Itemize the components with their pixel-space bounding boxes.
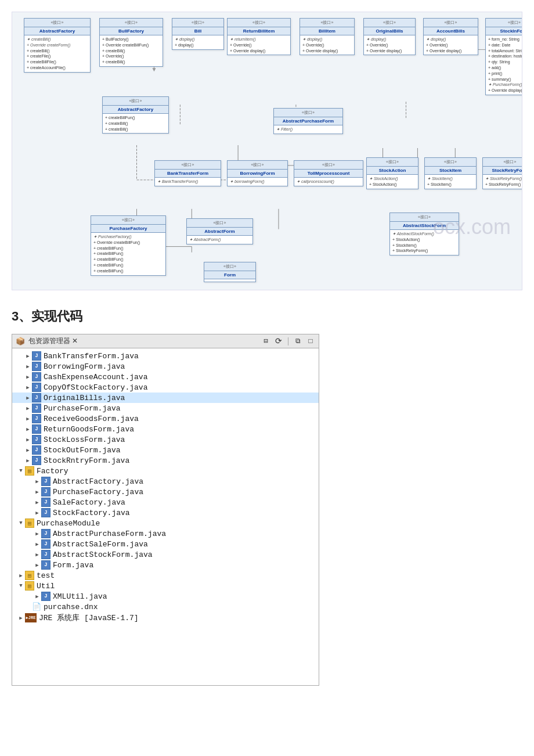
- package-icon: [25, 571, 34, 580]
- java-icon: J: [32, 362, 41, 371]
- jre-library[interactable]: ▶JRE JRE 系统库 [JavaSE-1.7]: [12, 612, 319, 624]
- list-item[interactable]: J AbstractPurchaseForm.java: [12, 528, 319, 539]
- collapse-icon[interactable]: [24, 435, 32, 444]
- collapse-icon[interactable]: [17, 582, 25, 590]
- list-item[interactable]: J StockLossForm.java: [12, 434, 319, 445]
- collapse-icon[interactable]: [17, 519, 25, 527]
- java-icon: J: [41, 477, 50, 486]
- java-icon: J: [41, 529, 50, 538]
- item-label: OriginalBills.java: [44, 394, 125, 402]
- list-item[interactable]: J ReturnGoodsForm.java: [12, 424, 319, 434]
- collapse-icon[interactable]: [24, 425, 32, 433]
- list-item[interactable]: J ReceiveGoodsForm.java: [12, 413, 319, 424]
- package-purchasemodule[interactable]: PurchaseModule: [12, 518, 319, 528]
- collapse-icon[interactable]: [33, 530, 41, 538]
- item-label: PurchaseForm.java: [44, 404, 121, 413]
- list-item[interactable]: J AbstractFactory.java: [12, 476, 319, 487]
- package-explorer: 📦 包资源管理器 ✕ ⊟ ⟳ ⧉ □ J BankTransferForm.ja…: [12, 334, 319, 686]
- item-label: Form.java: [53, 561, 93, 570]
- uml-box-purchasefactory: «接口» PurchaseFactory ✦ PurchaseFactory()…: [91, 215, 166, 276]
- restore-button[interactable]: ⧉: [293, 337, 302, 346]
- uml-box-bill: «接口» Bill ✦ display() + display(): [172, 18, 224, 50]
- collapse-icon[interactable]: [24, 362, 32, 370]
- collapse-icon[interactable]: [24, 415, 32, 423]
- package-factory[interactable]: Factory: [12, 466, 319, 476]
- list-item[interactable]: J AbstractStockForm.java: [12, 549, 319, 560]
- uml-box-banktransferform: «接口» BankTransferForm ✦ BankTransferForm…: [154, 160, 221, 186]
- uml-box-abstractfactory: «接口» AbstractFactory ✦ createBill() + Ov…: [24, 18, 91, 73]
- item-label: StockFactory.java: [53, 509, 130, 517]
- item-label: BorrowingForm.java: [44, 362, 125, 371]
- minimize-button[interactable]: ⊟: [261, 337, 270, 346]
- java-icon: J: [41, 498, 50, 507]
- list-item[interactable]: J PurchaseFactory.java: [12, 487, 319, 497]
- collapse-icon[interactable]: [33, 592, 41, 600]
- java-icon: J: [32, 404, 41, 413]
- collapse-icon: [24, 603, 32, 611]
- uml-box-abstractstockform: «接口» AbstractStockForm ✦ AbstractStockFo…: [389, 213, 459, 255]
- uml-box-tollmprocesscount: «接口» TollMprocesscount ✦ callprocesscoun…: [294, 160, 363, 186]
- collapse-icon[interactable]: [24, 446, 32, 454]
- uml-box-abstractpurchaseform: «接口» AbstractPurchaseForm ✦ Filter(): [273, 108, 343, 134]
- list-item[interactable]: J AbstractSaleForm.java: [12, 539, 319, 549]
- list-item[interactable]: J StockRntryForm.java: [12, 455, 319, 466]
- package-icon: [25, 466, 34, 476]
- collapse-icon[interactable]: [33, 498, 41, 506]
- uml-box-originbills: «接口» OriginalBills ✦ display() + Overrid…: [363, 18, 416, 55]
- list-item[interactable]: J CopyOfStockFactory.java: [12, 382, 319, 393]
- collapse-icon[interactable]: [17, 614, 25, 622]
- list-item[interactable]: J Form.java: [12, 560, 319, 570]
- collapse-icon[interactable]: [33, 477, 41, 485]
- java-icon: J: [32, 435, 41, 444]
- collapse-icon[interactable]: [24, 394, 32, 402]
- uml-box-borrowingform: «接口» BorrowingForm ✦ borrowingForm(): [227, 160, 288, 186]
- package-test[interactable]: test: [12, 570, 319, 581]
- list-item[interactable]: J BorrowingForm.java: [12, 361, 319, 372]
- java-icon: J: [41, 560, 50, 570]
- collapse-icon[interactable]: [24, 383, 32, 391]
- collapse-icon[interactable]: [33, 561, 41, 569]
- list-item[interactable]: J PurchaseForm.java: [12, 403, 319, 413]
- uml-box-stockform: «接口» StockInForm + form_no: String + dat…: [485, 18, 522, 95]
- list-item[interactable]: J SaleFactory.java: [12, 497, 319, 507]
- collapse-icon[interactable]: [24, 373, 32, 381]
- item-label: AbstractStockForm.java: [53, 550, 153, 559]
- file-icon: 📄: [32, 602, 41, 611]
- uml-box-form: «接口» Form: [204, 262, 256, 282]
- java-icon: J: [32, 424, 41, 434]
- uml-box-stockitem: «接口» StockItem ✦ StockItem() + StockItem…: [424, 157, 477, 189]
- collapse-icon[interactable]: [24, 456, 32, 465]
- maximize-button[interactable]: □: [306, 337, 315, 346]
- list-item[interactable]: J OriginalBills.java: [12, 393, 319, 403]
- list-item[interactable]: 📄 purcahse.dnx: [12, 602, 319, 612]
- java-icon: J: [41, 508, 50, 517]
- list-item[interactable]: J StockFactory.java: [12, 507, 319, 518]
- collapse-icon[interactable]: [33, 509, 41, 517]
- collapse-icon[interactable]: [24, 352, 32, 360]
- list-item[interactable]: J CashExpenseAccount.java: [12, 372, 319, 382]
- list-item[interactable]: J StockOutForm.java: [12, 445, 319, 455]
- java-icon: J: [32, 351, 41, 361]
- collapse-icon[interactable]: [17, 467, 25, 475]
- java-icon: J: [32, 393, 41, 402]
- list-item[interactable]: J XMLUtil.java: [12, 591, 319, 602]
- collapse-icon[interactable]: [24, 404, 32, 412]
- item-label: SaleFactory.java: [53, 498, 125, 507]
- uml-box-accountbills: «接口» AccountBills ✦ display() + Override…: [423, 18, 478, 55]
- package-icon-small: 📦: [16, 337, 25, 346]
- uml-box-billitem: «接口» BillItem ✦ display() + Override() +…: [300, 18, 355, 55]
- collapse-icon[interactable]: [33, 488, 41, 496]
- package-icon: [25, 581, 34, 591]
- collapse-icon[interactable]: [33, 550, 41, 559]
- package-util[interactable]: Util: [12, 581, 319, 591]
- list-item[interactable]: J BankTransferForm.java: [12, 351, 319, 361]
- java-icon: J: [41, 487, 50, 496]
- item-label: BankTransferForm.java: [44, 352, 139, 361]
- item-label: ReturnGoodsForm.java: [44, 425, 134, 434]
- refresh-button[interactable]: ⟳: [274, 337, 283, 346]
- collapse-icon[interactable]: [17, 571, 25, 579]
- collapse-icon[interactable]: [33, 540, 41, 548]
- item-label: JRE 系统库 [JavaSE-1.7]: [39, 613, 139, 623]
- section-heading: 3、实现代码: [12, 308, 522, 325]
- item-label: Factory: [37, 467, 68, 476]
